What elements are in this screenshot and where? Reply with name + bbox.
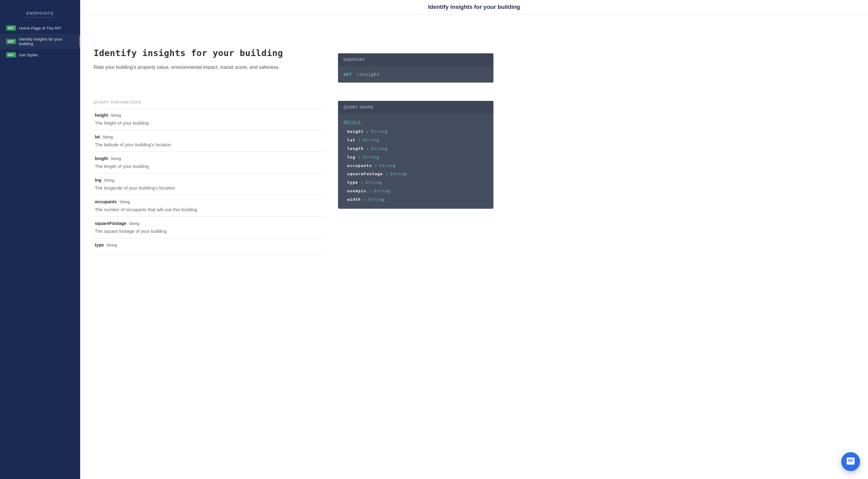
chat-button[interactable] (841, 452, 860, 471)
param-head: length String (95, 156, 324, 161)
query-shape-panel: QUERY SHAPE Object height :Stringlat :St… (338, 101, 493, 209)
query-parameters-label: QUERY PARAMETERS (94, 100, 326, 104)
shape-field-key: occupants (347, 163, 372, 168)
endpoint-panel-label: ENDPOINT (338, 53, 493, 66)
sidebar-item-label: Identify insights for your building (19, 37, 76, 46)
param-head: type String (95, 242, 324, 248)
shape-field-type: String (379, 163, 396, 168)
param-description: The square footage of your building (95, 228, 324, 234)
query-parameters-list: height StringThe height of your building… (94, 108, 326, 255)
method-badge: GET (6, 52, 16, 58)
param-type: String (104, 178, 114, 183)
shape-field: squareFootage :String (343, 170, 488, 178)
shape-field-key: length (347, 146, 364, 151)
shape-field-colon: : (355, 155, 361, 159)
shape-field-type: String (371, 146, 388, 151)
endpoint-description: Rate your building's property value, env… (94, 64, 326, 71)
shape-field-colon: : (372, 163, 377, 168)
query-shape-label: QUERY SHAPE (338, 101, 493, 114)
param-description: The length of your building (95, 164, 324, 169)
param-type: String (120, 199, 130, 204)
param-head: occupants String (95, 199, 324, 204)
method-badge: GET (6, 39, 16, 44)
param-type: String (111, 113, 121, 118)
query-parameter: lat StringThe latitude of your building'… (94, 130, 326, 152)
content: Identify insights for your building Rate… (80, 14, 507, 267)
query-parameter: height StringThe height of your building (94, 108, 326, 130)
query-shape-body: Object height :Stringlat :Stringlength :… (338, 114, 493, 209)
content-scroll[interactable]: Identify insights for your building Rate… (80, 14, 868, 479)
param-description: The number of occupants that will use th… (95, 207, 324, 212)
shape-field-colon: : (364, 129, 369, 134)
endpoint-method: GET (343, 72, 352, 77)
query-parameter: occupants StringThe number of occupants … (94, 195, 326, 217)
shape-field-key: type (347, 180, 358, 185)
query-shape-root[interactable]: Object (343, 119, 361, 125)
shape-field-type: String (363, 138, 379, 142)
param-description: The longitude of your building's locatio… (95, 185, 324, 190)
topbar: Identify insights for your building (80, 0, 868, 14)
param-description: The latitude of your building's location (95, 142, 324, 147)
param-type: String (111, 156, 121, 161)
sidebar-item[interactable]: GETIdentify insights for your building (0, 34, 80, 49)
sidebar-item[interactable]: GETHome Page of The API (0, 22, 80, 34)
shape-field-type: String (371, 129, 388, 134)
shape-field-colon: : (366, 189, 372, 193)
param-description: The height of your building (95, 120, 324, 126)
shape-field: type :String (343, 178, 488, 187)
content-left: Identify insights for your building Rate… (94, 48, 326, 255)
content-right: ENDPOINT GET /insight QUERY SHAPE Object… (338, 48, 493, 255)
shape-field: length :String (343, 145, 488, 153)
sidebar: ENDPOINTS GETHome Page of The APIGETIden… (0, 0, 80, 479)
param-name: type (95, 243, 104, 248)
shape-field: lat :String (343, 136, 488, 145)
shape-field-type: String (390, 171, 407, 176)
endpoint-heading: Identify insights for your building (94, 48, 326, 58)
shape-field-type: String (374, 189, 390, 193)
main: Identify insights for your building Iden… (80, 0, 868, 479)
shape-field: width :String (343, 195, 488, 204)
query-parameter: type String (94, 238, 326, 255)
intercom-icon (846, 456, 855, 467)
param-type: String (129, 221, 139, 226)
query-shape-lines: height :Stringlat :Stringlength :Stringl… (343, 127, 488, 204)
param-name: length (95, 156, 108, 161)
shape-field: occupants :String (343, 161, 488, 170)
shape-field: lng :String (343, 153, 488, 161)
query-parameter: lng StringThe longitude of your building… (94, 173, 326, 195)
shape-field-type: String (368, 197, 384, 202)
param-name: height (95, 113, 108, 118)
shape-field: height :String (343, 127, 488, 136)
param-head: height String (95, 113, 324, 118)
shape-field-key: height (347, 129, 364, 134)
sidebar-item-label: Get Styles (19, 53, 76, 57)
shape-field-type: String (365, 180, 382, 185)
sidebar-item-label: Home Page of The API (19, 26, 76, 30)
shape-field-colon: : (355, 138, 361, 142)
method-badge: GET (6, 25, 16, 31)
sidebar-list: GETHome Page of The APIGETIdentify insig… (0, 22, 80, 61)
shape-field-type: String (363, 155, 379, 159)
param-head: lng String (95, 177, 324, 183)
query-parameter: squareFootage StringThe square footage o… (94, 217, 326, 238)
endpoint-panel-body: GET /insight (338, 66, 493, 83)
shape-field-key: lng (347, 155, 355, 159)
endpoint-path: /insight (356, 72, 380, 77)
param-type: String (106, 243, 117, 248)
param-name: lng (95, 178, 101, 183)
endpoint-panel: ENDPOINT GET /insight (338, 53, 493, 83)
shape-field-colon: : (361, 197, 366, 202)
shape-field-key: lat (347, 138, 355, 142)
shape-field-key: squareFootage (347, 171, 383, 176)
shape-field-colon: : (364, 146, 369, 151)
shape-field-key: useApis (347, 189, 366, 193)
sidebar-header: ENDPOINTS (0, 11, 80, 15)
param-type: String (102, 135, 113, 139)
param-name: squareFootage (95, 221, 126, 226)
sidebar-item[interactable]: GETGet Styles (0, 49, 80, 61)
param-name: occupants (95, 199, 117, 204)
param-name: lat (95, 134, 100, 139)
sidebar-header-label: ENDPOINTS (27, 11, 54, 18)
query-parameter: length StringThe length of your building (94, 152, 326, 173)
shape-field-colon: : (383, 171, 388, 176)
